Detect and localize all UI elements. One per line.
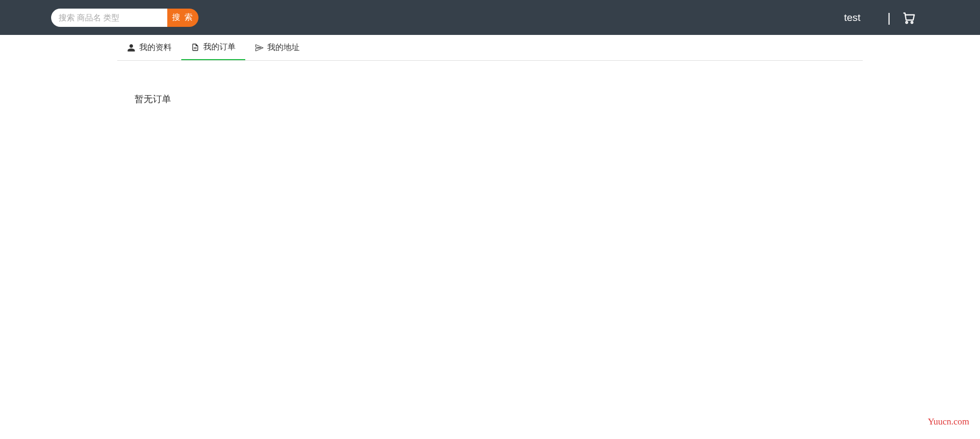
tab-orders-label: 我的订单 bbox=[203, 42, 236, 52]
header-right: test | bbox=[840, 0, 980, 35]
tab-profile[interactable]: 我的资料 bbox=[117, 35, 181, 60]
svg-point-1 bbox=[911, 21, 913, 23]
content-area: 暂无订单 bbox=[0, 61, 980, 105]
send-icon bbox=[255, 44, 264, 52]
file-icon bbox=[191, 43, 200, 52]
tabs: 我的资料 我的订单 我的地址 bbox=[117, 35, 863, 61]
search-button[interactable]: 搜 索 bbox=[167, 9, 198, 27]
top-header: 搜 索 test | bbox=[0, 0, 980, 35]
search-input[interactable] bbox=[51, 9, 167, 27]
tab-address[interactable]: 我的地址 bbox=[245, 35, 309, 60]
user-icon bbox=[127, 44, 136, 52]
tab-address-label: 我的地址 bbox=[267, 42, 300, 53]
watermark: Yuucn.com bbox=[928, 416, 969, 427]
empty-orders-text: 暂无订单 bbox=[134, 93, 980, 105]
header-divider: | bbox=[887, 10, 891, 25]
tab-profile-label: 我的资料 bbox=[139, 42, 172, 53]
search-wrap: 搜 索 bbox=[51, 9, 198, 27]
cart-icon bbox=[901, 11, 915, 25]
user-link[interactable]: test bbox=[840, 12, 865, 24]
svg-point-0 bbox=[906, 21, 907, 23]
tab-orders[interactable]: 我的订单 bbox=[181, 35, 245, 60]
cart-button[interactable] bbox=[901, 11, 915, 25]
